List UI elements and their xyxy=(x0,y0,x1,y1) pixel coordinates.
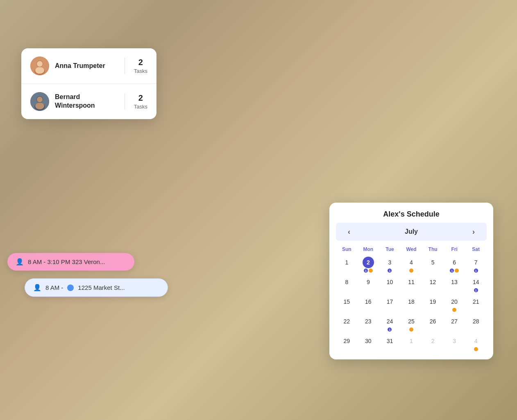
cal-cell-1-1[interactable]: 9 xyxy=(358,275,379,294)
day-thu: Thu xyxy=(422,245,444,254)
cal-cell-4-2[interactable]: 31 xyxy=(379,334,401,353)
calendar-title: Alex's Schedule xyxy=(329,203,493,223)
divider-anna xyxy=(125,58,125,74)
next-month-button[interactable]: › xyxy=(468,226,479,237)
cal-cell-3-0[interactable]: 22 xyxy=(336,314,358,333)
dot-orange xyxy=(369,269,373,273)
dot-purple: 1 xyxy=(450,269,454,273)
cal-cell-1-6[interactable]: 141 xyxy=(465,275,487,294)
cal-date: 5 xyxy=(427,257,439,268)
cal-cell-4-1[interactable]: 30 xyxy=(358,334,379,353)
cal-date: 21 xyxy=(470,296,482,307)
dot-purple: 1 xyxy=(388,269,392,273)
calendar-body: 1213145617189101112131411516171819202122… xyxy=(336,255,487,353)
cal-date: 27 xyxy=(449,316,460,327)
dot-purple: 1 xyxy=(474,269,478,273)
cal-cell-2-4[interactable]: 19 xyxy=(422,295,444,314)
cal-cell-4-4[interactable]: 2 xyxy=(422,334,444,353)
calendar-month: July xyxy=(405,228,418,235)
cal-cell-3-3[interactable]: 25 xyxy=(401,314,422,333)
cal-cell-2-6[interactable]: 21 xyxy=(465,295,487,314)
avatar-anna xyxy=(30,56,49,75)
person-icon-pink: 👤 xyxy=(16,258,24,266)
cal-cell-3-1[interactable]: 23 xyxy=(358,314,379,333)
person-name-anna: Anna Trumpeter xyxy=(55,62,116,70)
svg-point-8 xyxy=(37,97,43,102)
cal-date: 12 xyxy=(427,276,439,288)
day-sun: Sun xyxy=(336,245,358,254)
cal-cell-0-4[interactable]: 5 xyxy=(422,255,444,274)
cal-date: 14 xyxy=(470,276,482,288)
cal-cell-0-3[interactable]: 4 xyxy=(401,255,422,274)
cal-date: 30 xyxy=(363,335,374,347)
dot-purple: 1 xyxy=(388,327,392,332)
cal-date: 13 xyxy=(449,276,460,288)
cal-cell-4-0[interactable]: 29 xyxy=(336,334,358,353)
cal-cell-3-2[interactable]: 241 xyxy=(379,314,401,333)
cal-cell-4-3[interactable]: 1 xyxy=(401,334,422,353)
cal-cell-4-6[interactable]: 4 xyxy=(465,334,487,353)
schedule-pill-pink[interactable]: 👤 8 AM - 3:10 PM 323 Veron... xyxy=(7,253,134,271)
cal-date: 26 xyxy=(427,316,439,327)
person-name-bernard: Bernard Winterspoon xyxy=(55,93,116,110)
divider-bernard xyxy=(125,93,125,110)
dots-row xyxy=(452,308,456,312)
dots-row: 1 xyxy=(364,269,373,273)
dots-row: 1 xyxy=(474,269,478,273)
schedule-pill-blue[interactable]: 👤 8 AM - 1225 Market St... xyxy=(25,278,168,297)
cards-wrapper: Anna Trumpeter 2 Tasks Bernard Winterspo… xyxy=(0,0,517,420)
cal-cell-2-0[interactable]: 15 xyxy=(336,295,358,314)
cal-date: 2 xyxy=(427,335,439,347)
cal-cell-2-2[interactable]: 17 xyxy=(379,295,401,314)
cal-cell-4-5[interactable]: 3 xyxy=(444,334,465,353)
cal-cell-3-6[interactable]: 28 xyxy=(465,314,487,333)
cal-cell-2-1[interactable]: 16 xyxy=(358,295,379,314)
cal-cell-3-5[interactable]: 27 xyxy=(444,314,465,333)
avatar-bernard xyxy=(30,92,49,111)
cal-cell-1-5[interactable]: 13 xyxy=(444,275,465,294)
pill-blue-address: 1225 Market St... xyxy=(78,284,125,291)
cal-date: 3 xyxy=(384,257,395,268)
dots-row: 1 xyxy=(388,269,392,273)
cal-cell-1-0[interactable]: 8 xyxy=(336,275,358,294)
cal-date: 23 xyxy=(363,316,374,327)
dots-row xyxy=(409,327,413,332)
cal-cell-1-3[interactable]: 11 xyxy=(401,275,422,294)
location-dot xyxy=(67,285,74,291)
svg-point-4 xyxy=(35,67,44,74)
cal-date: 10 xyxy=(384,276,395,288)
cal-date: 22 xyxy=(341,316,352,327)
cal-cell-0-5[interactable]: 61 xyxy=(444,255,465,274)
day-wed: Wed xyxy=(401,245,422,254)
dots-row: 1 xyxy=(450,269,459,273)
cal-cell-0-1[interactable]: 21 xyxy=(358,255,379,274)
cal-cell-1-4[interactable]: 12 xyxy=(422,275,444,294)
dot-orange xyxy=(455,269,459,273)
dots-row xyxy=(409,269,413,273)
cal-date: 2 xyxy=(363,257,374,268)
calendar-card: Alex's Schedule ‹ July › Sun Mon Tue Wed… xyxy=(329,203,493,359)
dots-row: 1 xyxy=(388,327,392,332)
dot-orange xyxy=(409,327,413,332)
task-count-bernard: 2 Tasks xyxy=(134,93,147,110)
cal-date: 18 xyxy=(406,296,417,307)
calendar-nav: ‹ July › xyxy=(336,223,487,241)
svg-point-9 xyxy=(35,103,44,109)
cal-cell-0-2[interactable]: 31 xyxy=(379,255,401,274)
cal-date: 11 xyxy=(406,276,417,288)
pill-blue-time: 8 AM - xyxy=(45,284,63,291)
cal-cell-0-0[interactable]: 1 xyxy=(336,255,358,274)
cal-cell-1-2[interactable]: 10 xyxy=(379,275,401,294)
cal-date: 16 xyxy=(363,296,374,307)
cal-cell-2-3[interactable]: 18 xyxy=(401,295,422,314)
cal-cell-0-6[interactable]: 71 xyxy=(465,255,487,274)
cal-date: 3 xyxy=(449,335,460,347)
dots-row: 1 xyxy=(474,288,478,292)
cal-date: 31 xyxy=(384,335,395,347)
day-mon: Mon xyxy=(358,245,379,254)
cal-cell-3-4[interactable]: 26 xyxy=(422,314,444,333)
cal-date: 4 xyxy=(470,335,482,347)
cal-cell-2-5[interactable]: 20 xyxy=(444,295,465,314)
prev-month-button[interactable]: ‹ xyxy=(343,226,355,237)
task-row-bernard: Bernard Winterspoon 2 Tasks xyxy=(21,84,156,119)
